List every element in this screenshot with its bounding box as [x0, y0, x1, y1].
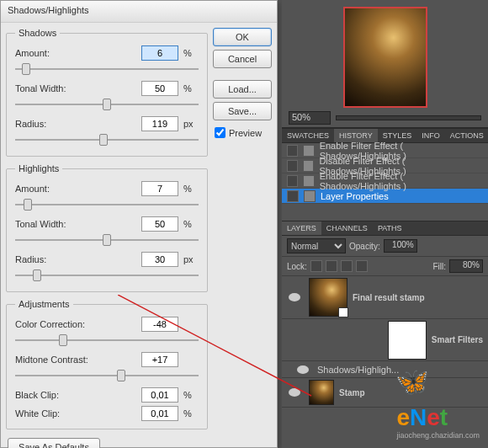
dialog-title: Shadows/Highlights [8, 5, 89, 15]
midtone-contrast-input[interactable] [141, 352, 178, 367]
fill-label: Fill: [432, 262, 446, 271]
history-step-icon [304, 190, 316, 202]
highlights-radius-label: Radius: [15, 254, 136, 264]
highlights-amount-slider[interactable] [15, 199, 199, 211]
lock-transparency-icon[interactable] [310, 260, 322, 272]
layers-panel: Normal Opacity: 100% Lock: Fill: 80% Fin… [282, 236, 488, 408]
save-button[interactable]: Save... [213, 102, 272, 120]
history-item[interactable]: Layer Properties [282, 189, 488, 204]
ok-button[interactable]: OK [213, 28, 272, 46]
shadows-radius-label: Radius: [15, 119, 136, 129]
blend-mode-select[interactable]: Normal [287, 238, 346, 253]
highlights-tonal-label: Tonal Width: [15, 219, 136, 229]
shadows-highlights-dialog: Shadows/Highlights Shadows Amount:% Tona… [0, 0, 278, 448]
history-step-icon [303, 175, 314, 187]
layer-row[interactable]: Stamp [282, 378, 488, 408]
lock-pixels-icon[interactable] [326, 260, 337, 272]
history-item-label: Enable Filter Effect ( Shadows/Highlight… [320, 171, 483, 191]
opacity-label: Opacity: [349, 242, 380, 251]
shadows-tonal-label: Tonal Width: [15, 83, 136, 93]
highlights-amount-label: Amount: [15, 184, 136, 194]
adjustments-group: Adjustments Color Correction: Midtone Co… [6, 299, 208, 429]
smart-filter-mask-thumbnail[interactable] [388, 321, 427, 360]
tab-paths[interactable]: PATHS [373, 221, 407, 235]
tab-channels[interactable]: CHANNELS [321, 221, 373, 235]
color-correction-label: Color Correction: [15, 319, 136, 329]
history-state-icon[interactable] [287, 145, 298, 157]
visibility-eye-icon[interactable] [289, 388, 300, 397]
cancel-button[interactable]: Cancel [213, 50, 272, 68]
unit-label: % [183, 48, 199, 58]
fill-field[interactable]: 80% [449, 259, 483, 273]
history-item-label: Layer Properties [321, 191, 389, 201]
layer-name[interactable]: Final result stamp [353, 293, 485, 302]
layer-name[interactable]: Stamp [339, 388, 485, 397]
filter-name: Shadows/Highligh... [317, 365, 399, 375]
shadows-group: Shadows Amount:% Tonal Width:% Radius:px [6, 28, 208, 157]
visibility-eye-icon[interactable] [297, 365, 309, 374]
unit-label: % [183, 83, 199, 93]
document-preview-area: 50% [282, 0, 488, 128]
black-clip-input[interactable] [141, 387, 178, 403]
smart-filters-label: Smart Filters [432, 335, 483, 344]
highlights-radius-input[interactable] [141, 252, 178, 267]
opacity-field[interactable]: 100% [384, 239, 417, 253]
document-preview-image[interactable] [343, 7, 427, 108]
highlights-group: Highlights Amount:% Tonal Width:% Radius… [6, 163, 208, 292]
shadows-tonal-input[interactable] [141, 81, 178, 96]
unit-label: % [183, 219, 199, 229]
highlights-tonal-input[interactable] [141, 216, 178, 232]
lock-label: Lock: [287, 262, 307, 271]
lower-tabset: LAYERS CHANNELS PATHS [282, 221, 488, 236]
smart-filters-row[interactable]: Smart Filters [282, 319, 488, 361]
history-list: Enable Filter Effect ( Shadows/Highlight… [282, 143, 488, 221]
shadows-radius-input[interactable] [141, 116, 178, 131]
preview-checkbox[interactable] [215, 127, 225, 138]
unit-label: % [183, 184, 199, 194]
color-correction-input[interactable] [141, 317, 178, 332]
unit-label: % [183, 408, 199, 419]
lock-position-icon[interactable] [341, 260, 353, 272]
layer-thumbnail[interactable] [309, 278, 347, 317]
shadows-legend: Shadows [15, 28, 60, 38]
shadows-amount-input[interactable] [141, 45, 178, 61]
lock-all-icon[interactable] [356, 260, 368, 272]
smart-object-icon [338, 307, 348, 317]
highlights-radius-slider[interactable] [15, 269, 199, 281]
highlights-legend: Highlights [15, 163, 62, 173]
history-step-icon [303, 160, 314, 172]
tab-layers[interactable]: LAYERS [282, 221, 321, 235]
adjustments-legend: Adjustments [15, 299, 73, 309]
shadows-amount-label: Amount: [15, 48, 136, 58]
unit-label: % [183, 390, 199, 400]
history-state-icon[interactable] [287, 175, 298, 187]
shadows-tonal-slider[interactable] [15, 99, 199, 110]
smart-filter-item[interactable]: Shadows/Highligh... [282, 361, 488, 378]
layer-thumbnail[interactable] [309, 380, 334, 405]
highlights-tonal-slider[interactable] [15, 234, 199, 246]
layer-row[interactable]: Final result stamp [282, 276, 488, 319]
midtone-contrast-slider[interactable] [15, 370, 199, 381]
highlights-amount-input[interactable] [141, 181, 178, 196]
color-correction-slider[interactable] [15, 334, 199, 346]
shadows-radius-slider[interactable] [15, 134, 199, 146]
preview-label: Preview [229, 128, 262, 138]
black-clip-label: Black Clip: [15, 390, 136, 400]
history-state-icon[interactable] [287, 190, 299, 202]
dialog-titlebar[interactable]: Shadows/Highlights [1, 1, 277, 23]
white-clip-label: White Clip: [15, 408, 136, 419]
history-item[interactable]: Enable Filter Effect ( Shadows/Highlight… [282, 173, 488, 189]
history-state-icon[interactable] [287, 160, 298, 172]
zoom-field[interactable]: 50% [289, 111, 331, 125]
save-as-defaults-button[interactable]: Save As Defaults [8, 438, 100, 448]
load-button[interactable]: Load... [213, 80, 272, 99]
history-step-icon [303, 145, 314, 157]
shadows-amount-slider[interactable] [15, 63, 199, 75]
white-clip-input[interactable] [141, 406, 178, 421]
visibility-eye-icon[interactable] [289, 293, 300, 301]
midtone-contrast-label: Midtone Contrast: [15, 355, 136, 365]
zoom-slider[interactable] [336, 115, 481, 120]
unit-label: px [183, 254, 199, 264]
unit-label: px [183, 119, 199, 129]
